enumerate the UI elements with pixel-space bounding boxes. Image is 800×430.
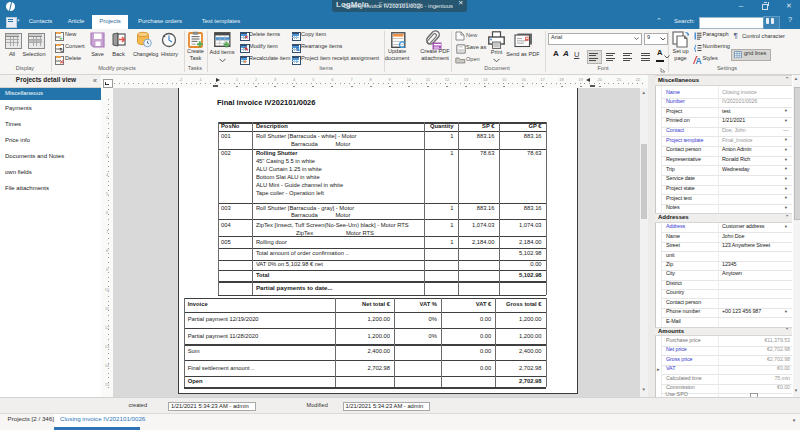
svg-text:A: A xyxy=(695,56,701,65)
